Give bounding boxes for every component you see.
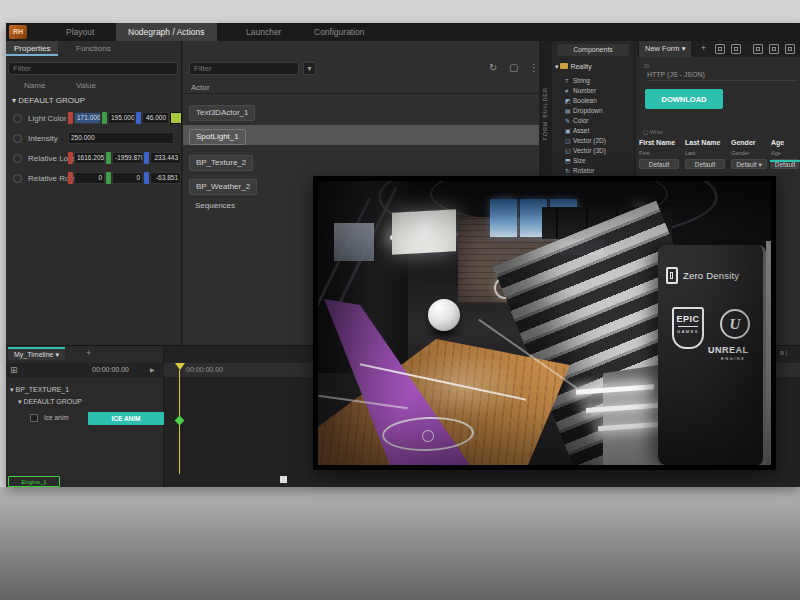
timeline-subgroup-row[interactable]: ▾ DEFAULT GROUP bbox=[18, 398, 82, 406]
page: RH Playout Nodegraph / Actions Launcher … bbox=[0, 0, 800, 600]
js-badge: JS bbox=[643, 63, 649, 69]
light-color-r-field[interactable]: 171.000 bbox=[74, 112, 101, 124]
divider bbox=[183, 93, 539, 94]
export-icon[interactable] bbox=[753, 44, 763, 54]
component-item-size[interactable]: ⬒Size bbox=[565, 157, 586, 167]
timeline-tab[interactable]: My_Timeline ▾ bbox=[8, 347, 65, 360]
form-default-dropdown[interactable]: Default bbox=[639, 159, 679, 169]
ruler-timecode-label: 00:00:00.00 bbox=[186, 366, 223, 373]
rotation-fields: 0 0 -63.851 bbox=[68, 172, 181, 184]
actor-row[interactable]: BP_Texture_2 bbox=[189, 151, 253, 171]
rotation-x-field[interactable]: 0 bbox=[74, 172, 105, 184]
grid-icon[interactable]: ⊞ bbox=[10, 363, 18, 377]
component-item-asset[interactable]: ▣Asset bbox=[565, 127, 589, 137]
scrollbar-thumb[interactable] bbox=[280, 476, 287, 483]
component-item-boolean[interactable]: ◩Boolean bbox=[565, 97, 597, 107]
string-icon: T bbox=[565, 78, 573, 84]
property-radio-icon[interactable] bbox=[13, 134, 22, 143]
collapse-caret-icon: ▾ bbox=[12, 96, 16, 105]
import-icon[interactable] bbox=[731, 44, 741, 54]
properties-filter-input[interactable] bbox=[8, 62, 178, 75]
track-checkbox[interactable] bbox=[30, 414, 38, 422]
fit-view-icon[interactable]: ▢ bbox=[509, 61, 518, 75]
form-tab-new-form[interactable]: New Form ▾ bbox=[639, 41, 691, 57]
timeline-group-row[interactable]: ▾ BP_TEXTURE_1 bbox=[10, 386, 69, 394]
actor-row[interactable]: BP_Weather_2 bbox=[189, 175, 257, 195]
components-header: Components bbox=[557, 44, 629, 56]
form-col-sub: Age bbox=[771, 150, 781, 156]
location-fields: 1616.205 -1959.870 233.443 bbox=[68, 152, 181, 164]
actor-row-selected[interactable]: SpotLight_1 bbox=[183, 125, 539, 145]
tab-configuration[interactable]: Configuration bbox=[302, 23, 377, 41]
collapse-caret-icon: ▾ bbox=[10, 386, 14, 393]
rotation-y-field[interactable]: 0 bbox=[112, 172, 143, 184]
download-button[interactable]: DOWNLOAD bbox=[645, 89, 723, 109]
ice-anim-clip-button[interactable]: ICE ANIM bbox=[88, 412, 164, 425]
property-radio-icon[interactable] bbox=[13, 154, 22, 163]
chevron-down-icon: ▾ bbox=[682, 44, 686, 53]
form-col-header: Age bbox=[771, 139, 800, 146]
vector2d-icon: ◲ bbox=[565, 137, 573, 144]
refresh-icon[interactable]: ↻ bbox=[489, 61, 497, 75]
actor-label[interactable]: BP_Weather_2 bbox=[189, 179, 257, 195]
tab-playout[interactable]: Playout bbox=[54, 23, 106, 41]
form-tab-bar: New Form ▾ + bbox=[637, 41, 800, 57]
component-item-number[interactable]: #Number bbox=[565, 87, 596, 97]
actor-label[interactable]: BP_Texture_2 bbox=[189, 155, 253, 171]
actor-label[interactable]: Text3DActor_1 bbox=[189, 105, 255, 121]
property-radio-icon[interactable] bbox=[13, 114, 22, 123]
write-toggle-label[interactable]: ▢ Write bbox=[643, 129, 662, 135]
tab-nodegraph-actions[interactable]: Nodegraph / Actions bbox=[116, 23, 217, 41]
tab-functions[interactable]: Functions bbox=[68, 41, 119, 56]
form-default-dropdown[interactable]: Default ▾ bbox=[731, 159, 767, 169]
blue-axis-tag bbox=[136, 112, 141, 124]
folder-icon bbox=[560, 63, 568, 69]
app-logo-icon: RH bbox=[9, 25, 27, 39]
property-radio-icon[interactable] bbox=[13, 174, 22, 183]
tab-properties[interactable]: Properties bbox=[6, 41, 58, 56]
more-options-icon[interactable]: ⋮ bbox=[529, 61, 539, 75]
y-axis-tag bbox=[106, 152, 111, 164]
timeline-left-column: My_Timeline ▾ + ⊞ 00:00:00.00 ▶ ▾ BP_TEX… bbox=[6, 346, 164, 487]
delete-icon[interactable] bbox=[785, 44, 795, 54]
chevron-down-icon: ▾ bbox=[759, 161, 762, 168]
accent-divider bbox=[770, 160, 800, 162]
light-color-b-field[interactable]: 46.000 bbox=[142, 112, 169, 124]
tab-launcher[interactable]: Launcher bbox=[234, 23, 293, 41]
add-form-icon[interactable]: + bbox=[701, 43, 706, 53]
form-default-dropdown[interactable]: Default bbox=[685, 159, 725, 169]
actor-label[interactable]: SpotLight_1 bbox=[189, 129, 246, 145]
copy-icon[interactable] bbox=[769, 44, 779, 54]
location-z-field[interactable]: 233.443 bbox=[150, 152, 181, 164]
color-swatch[interactable] bbox=[170, 112, 182, 124]
components-root[interactable]: ▾ Reality bbox=[555, 63, 592, 71]
play-icon[interactable]: ▶ bbox=[150, 366, 155, 373]
component-item-vector3d[interactable]: ◱Vector (3D) bbox=[565, 147, 606, 157]
default-group-header[interactable]: ▾ DEFAULT GROUP bbox=[12, 96, 85, 105]
light-color-g-field[interactable]: 195.000 bbox=[108, 112, 135, 124]
actor-filter-input[interactable] bbox=[189, 62, 299, 75]
component-item-string[interactable]: TString bbox=[565, 77, 590, 87]
save-icon[interactable] bbox=[715, 44, 725, 54]
component-item-dropdown[interactable]: ▤Dropdown bbox=[565, 107, 603, 117]
prop-intensity-label: Intensity bbox=[28, 134, 58, 143]
rotation-z-field[interactable]: -63.851 bbox=[150, 172, 181, 184]
chevron-down-icon: ▾ bbox=[55, 351, 59, 358]
location-y-field[interactable]: -1959.870 bbox=[112, 152, 143, 164]
filter-options-icon[interactable]: ▼ bbox=[303, 62, 316, 75]
actor-row[interactable]: Text3DActor_1 bbox=[189, 101, 255, 121]
keyframe-marker[interactable] bbox=[175, 416, 185, 426]
actor-row[interactable]: Sequences bbox=[195, 201, 235, 210]
intensity-field[interactable]: 250.000 bbox=[68, 132, 174, 144]
collapse-caret-icon: ▾ bbox=[18, 398, 22, 405]
component-item-vector2d[interactable]: ◲Vector (2D) bbox=[565, 137, 606, 147]
collapse-caret-icon: ▾ bbox=[555, 63, 559, 70]
location-x-field[interactable]: 1616.205 bbox=[74, 152, 105, 164]
playhead-handle[interactable] bbox=[175, 363, 185, 370]
actor-column-header: Actor bbox=[191, 83, 210, 92]
component-item-color[interactable]: ✎Color bbox=[565, 117, 589, 127]
y-axis-tag bbox=[106, 172, 111, 184]
add-timeline-icon[interactable]: + bbox=[86, 348, 91, 358]
list-icon: ▢ bbox=[643, 129, 648, 135]
rotator-icon: ↻ bbox=[565, 167, 573, 174]
